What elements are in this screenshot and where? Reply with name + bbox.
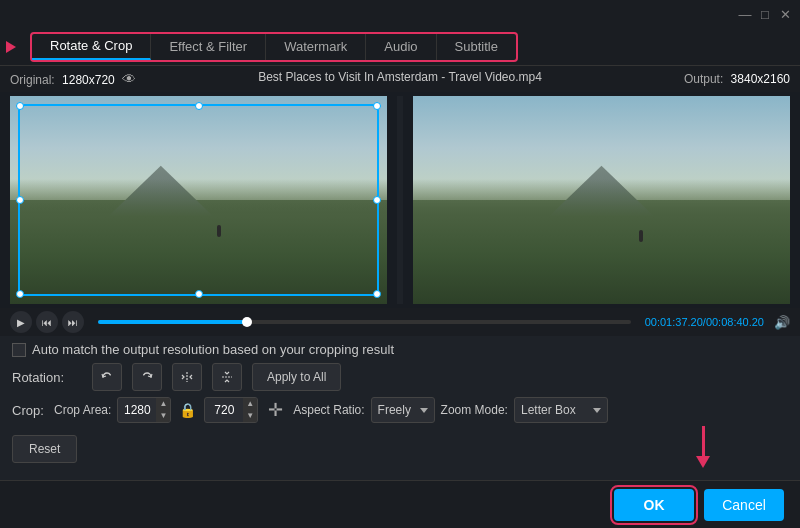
flip-h-button[interactable] [172,363,202,391]
flip-v-button[interactable] [212,363,242,391]
zoom-chevron-icon [593,408,601,413]
play-button[interactable]: ▶ [10,311,32,333]
title-bar: — □ ✕ [0,0,800,28]
video-area: Original: 1280x720 👁 Output: 3840x2160 B… [0,66,800,336]
tab-audio[interactable]: Audio [366,34,436,60]
volume-icon[interactable]: 🔊 [774,315,790,330]
crop-area-label: Crop Area: [54,403,111,417]
eye-icon[interactable]: 👁 [122,71,136,87]
apply-to-all-button[interactable]: Apply to All [252,363,341,391]
crop-height-input[interactable]: 720 ▲ ▼ [204,397,258,423]
time-display: 00:01:37.20/00:08:40.20 [645,316,764,328]
auto-match-label: Auto match the output resolution based o… [32,342,394,357]
video-filename: Best Places to Visit In Amsterdam - Trav… [258,70,542,84]
tabs-row: Rotate & Crop Effect & Filter Watermark … [0,28,800,66]
prev-frame-button[interactable]: ⏮ [36,311,58,333]
reset-row: Reset [12,429,788,463]
timeline-thumb[interactable] [242,317,252,327]
video-left [10,96,387,304]
aspect-ratio-label: Aspect Ratio: [293,403,364,417]
timeline-controls: ▶ ⏮ ⏭ [10,311,84,333]
crop-row: Crop: Crop Area: 1280 ▲ ▼ 🔒 720 ▲ ▼ ✛ As… [12,397,788,423]
zoom-mode-label: Zoom Mode: [441,403,508,417]
next-frame-button[interactable]: ⏭ [62,311,84,333]
cancel-button[interactable]: Cancel [704,489,784,521]
width-up-button[interactable]: ▲ [156,398,170,410]
tab-watermark[interactable]: Watermark [266,34,366,60]
height-up-button[interactable]: ▲ [243,398,257,410]
timeline-track[interactable] [98,320,631,324]
zoom-mode-dropdown[interactable]: Letter Box Pan & Scan Full [521,403,585,417]
rotate-right-button[interactable] [132,363,162,391]
bottom-bar: OK Cancel [0,480,800,528]
crop-height-value[interactable]: 720 [205,403,243,417]
original-info: Original: 1280x720 👁 [10,71,136,87]
reset-button[interactable]: Reset [12,435,77,463]
ok-arrow-indicator [696,426,710,468]
rotate-left-button[interactable] [92,363,122,391]
video-preview-left [10,96,387,304]
tab-rotate-crop[interactable]: Rotate & Crop [32,34,151,60]
timeline-bar: ▶ ⏮ ⏭ 00:01:37.20/00:08:40.20 🔊 [0,308,800,336]
aspect-chevron-icon [420,408,428,413]
crop-width-value[interactable]: 1280 [118,403,156,417]
video-right [413,96,790,304]
width-down-button[interactable]: ▼ [156,410,170,422]
tab-effect-filter[interactable]: Effect & Filter [151,34,266,60]
close-button[interactable]: ✕ [778,7,792,21]
ok-button[interactable]: OK [614,489,694,521]
video-preview-right [413,96,790,304]
lock-icon: 🔒 [179,402,196,418]
crop-width-arrows: ▲ ▼ [156,398,170,422]
crop-label: Crop: [12,403,48,418]
zoom-mode-select[interactable]: Letter Box Pan & Scan Full [514,397,608,423]
video-divider [397,96,403,304]
aspect-ratio-dropdown[interactable]: Freely 16:9 4:3 1:1 [378,403,412,417]
minimize-button[interactable]: — [738,7,752,21]
height-down-button[interactable]: ▼ [243,410,257,422]
output-info: Output: 3840x2160 [684,72,790,86]
rotation-row: Rotation: [12,363,788,391]
crop-height-arrows: ▲ ▼ [243,398,257,422]
crop-width-input[interactable]: 1280 ▲ ▼ [117,397,171,423]
tab-subtitle[interactable]: Subtitle [437,34,516,60]
rotation-label: Rotation: [12,370,82,385]
tabs-highlight: Rotate & Crop Effect & Filter Watermark … [30,32,518,62]
restore-button[interactable]: □ [758,7,772,21]
auto-match-row: Auto match the output resolution based o… [12,342,788,357]
aspect-ratio-select[interactable]: Freely 16:9 4:3 1:1 [371,397,435,423]
auto-match-checkbox[interactable] [12,343,26,357]
crosshair-icon: ✛ [268,399,283,421]
controls-area: Auto match the output resolution based o… [0,336,800,469]
video-frames [0,92,800,308]
timeline-filled [98,320,247,324]
